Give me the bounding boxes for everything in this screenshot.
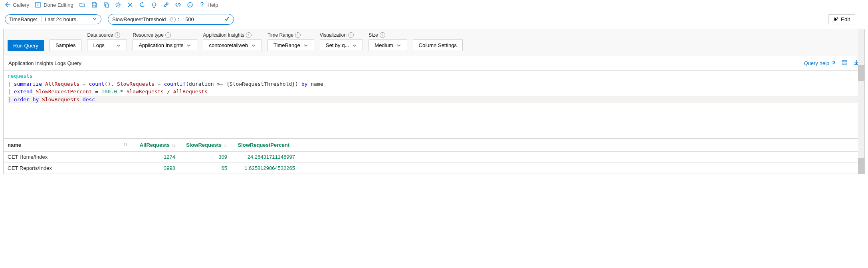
time-range-select[interactable]: Last 24 hours: [41, 16, 97, 22]
cell-name: GET Home/Index: [4, 152, 131, 163]
help-icon: [199, 2, 205, 8]
pin-button[interactable]: [163, 2, 169, 8]
vertical-scrollbar[interactable]: [858, 29, 864, 174]
cell-pct: 24.25431711145997: [231, 152, 299, 163]
threshold-param[interactable]: SlowRequestThreshold i : 500: [108, 14, 234, 25]
svg-point-7: [202, 6, 202, 7]
copy-button[interactable]: [103, 2, 109, 8]
svg-point-4: [188, 2, 192, 7]
cell-all: 3998: [131, 163, 179, 174]
sort-icon: ↑↓: [123, 142, 127, 146]
close-icon: [127, 2, 133, 8]
time-range-param[interactable]: TimeRange: Last 24 hours: [5, 14, 101, 24]
info-icon: i: [295, 32, 301, 38]
refresh-button[interactable]: [139, 2, 145, 8]
gear-icon: [115, 2, 121, 8]
query-header: Run Query Samples Data sourcei Logs Reso…: [4, 29, 864, 56]
settings-button[interactable]: [115, 2, 121, 8]
query-title-row: Application Insights Logs Query Query he…: [4, 56, 864, 71]
gallery-label: Gallery: [13, 2, 29, 8]
threshold-value: 500: [185, 16, 194, 22]
chevron-down-icon: [303, 43, 308, 48]
app-insights-label: Application Insightsi: [203, 32, 262, 38]
back-gallery-button[interactable]: Gallery: [4, 2, 29, 8]
info-icon: i: [246, 32, 252, 38]
resource-type-select[interactable]: Application Insights: [133, 39, 197, 51]
sort-icon: ↑↓: [171, 143, 175, 148]
bell-icon: [151, 2, 157, 8]
visualization-label: Visualizationi: [320, 32, 363, 38]
size-label: Sizei: [369, 32, 407, 38]
chevron-down-icon: [92, 16, 97, 22]
done-editing-icon: [35, 2, 41, 8]
threshold-label: SlowRequestThreshold: [112, 16, 166, 22]
top-toolbar: Gallery Done Editing Help: [0, 0, 868, 10]
edit-label: Edit: [841, 16, 850, 22]
info-icon: i: [380, 32, 385, 38]
svg-rect-0: [36, 2, 40, 7]
svg-rect-9: [842, 63, 847, 64]
chevron-down-icon: [396, 43, 401, 48]
edit-button[interactable]: Edit: [828, 14, 855, 24]
table-row[interactable]: GET Reports/Index3998651.625812906453226…: [4, 163, 864, 174]
threshold-colon: :: [178, 16, 180, 22]
col-slow[interactable]: SlowRequests↑↓: [179, 139, 231, 152]
external-link-icon: [831, 61, 836, 66]
code-button[interactable]: [175, 2, 181, 8]
copy-icon: [103, 2, 109, 8]
done-editing-button[interactable]: Done Editing: [35, 2, 73, 8]
sort-icon: ↑↓: [223, 143, 227, 148]
column-settings-button[interactable]: Column Settings: [413, 39, 463, 51]
save-button[interactable]: [91, 2, 97, 8]
time-range-label: TimeRange:: [9, 16, 37, 22]
arrow-left-icon: [4, 2, 10, 8]
query-title: Application Insights Logs Query: [8, 60, 81, 66]
svg-rect-2: [105, 4, 109, 7]
svg-point-3: [117, 4, 119, 6]
info-icon: i: [165, 32, 171, 38]
threshold-input[interactable]: 500: [182, 16, 230, 23]
chevron-down-icon: [186, 43, 191, 48]
results-table: name↑↓ AllRequests↑↓ SlowRequests↑↓ Slow…: [4, 138, 864, 174]
check-icon: [224, 16, 230, 23]
open-button[interactable]: [79, 2, 85, 8]
svg-rect-8: [842, 61, 847, 62]
table-row[interactable]: GET Home/Index127430924.25431711145997: [4, 152, 864, 163]
feedback-button[interactable]: [187, 2, 193, 8]
close-button[interactable]: [127, 2, 133, 8]
time-range-select-hdr[interactable]: TimeRange: [268, 39, 314, 51]
app-insights-select[interactable]: contosoretailweb: [203, 39, 262, 51]
cell-name: GET Reports/Index: [4, 163, 131, 174]
help-label: Help: [208, 2, 218, 8]
col-spacer: [299, 139, 864, 152]
code-icon: [175, 2, 181, 8]
col-pct[interactable]: SlowRequestPercent↑↓: [231, 139, 299, 152]
size-select[interactable]: Medium: [369, 39, 407, 51]
params-row: TimeRange: Last 24 hours SlowRequestThre…: [0, 10, 868, 29]
chevron-down-icon: [116, 43, 121, 48]
data-source-select[interactable]: Logs: [87, 39, 127, 51]
time-range-hdr-label: Time Rangei: [268, 32, 314, 38]
col-all[interactable]: AllRequests↑↓: [131, 139, 179, 152]
run-query-button[interactable]: Run Query: [8, 40, 44, 51]
sort-icon: ↑↓: [291, 143, 295, 148]
query-panel: Run Query Samples Data sourcei Logs Reso…: [3, 29, 865, 174]
done-editing-label: Done Editing: [44, 2, 73, 8]
query-help-link[interactable]: Query help: [804, 60, 836, 66]
time-range-value: Last 24 hours: [45, 16, 76, 22]
visualization-select[interactable]: Set by q...: [320, 39, 363, 51]
info-icon: i: [115, 32, 120, 38]
smiley-icon: [187, 2, 193, 8]
info-icon: i: [170, 17, 176, 22]
alert-button[interactable]: [151, 2, 157, 8]
pin-icon: [163, 2, 169, 8]
svg-point-6: [190, 4, 191, 5]
col-name[interactable]: name↑↓: [4, 139, 131, 152]
chevron-down-icon: [251, 43, 256, 48]
format-button[interactable]: [841, 59, 848, 67]
cell-pct: 1.6258129064532265: [231, 163, 299, 174]
query-editor[interactable]: requests | summarize AllRequests = count…: [4, 71, 864, 138]
svg-point-5: [189, 4, 190, 5]
help-button[interactable]: Help: [199, 2, 218, 8]
samples-button[interactable]: Samples: [50, 39, 82, 51]
